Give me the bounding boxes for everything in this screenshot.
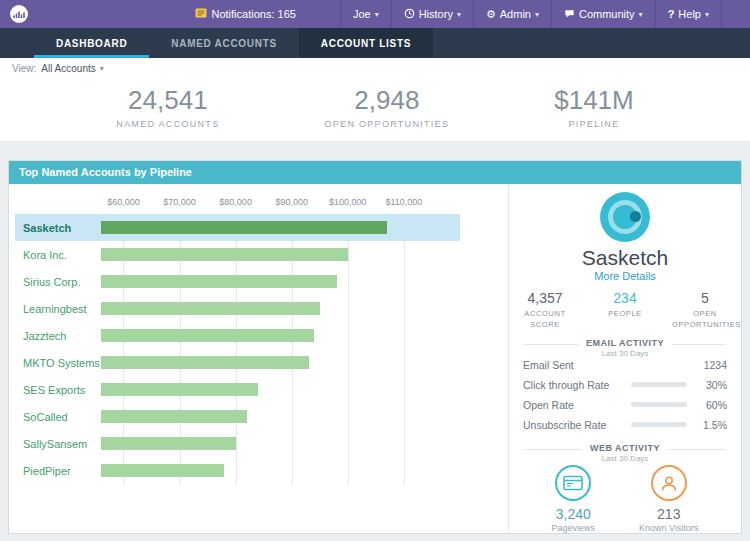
- community-icon: [564, 8, 575, 21]
- chart-row[interactable]: SallySansem: [15, 430, 460, 457]
- chart-row[interactable]: Sasketch: [15, 214, 460, 241]
- gear-icon: ⚙: [486, 9, 496, 20]
- axis-tick-label: $80,000: [219, 197, 252, 207]
- admin-menu-label: Admin: [500, 8, 531, 20]
- axis-tick-label: $60,000: [107, 197, 140, 207]
- kpi-label: ACCOUNT SCORE: [512, 309, 578, 330]
- app-logo-icon[interactable]: [10, 5, 28, 23]
- kpi-value: 234: [592, 290, 658, 306]
- progress-bar: [631, 402, 687, 407]
- chart-bar[interactable]: [101, 356, 309, 369]
- email-activity-divider: EMAIL ACTIVITY Last 30 Days: [524, 344, 726, 352]
- chart-bar-area: [101, 383, 460, 396]
- view-select[interactable]: All Accounts ▾: [41, 63, 104, 74]
- pipeline-bar-chart: $60,000$70,000$80,000$90,000$100,000$110…: [9, 184, 508, 533]
- chart-row[interactable]: SES Exports: [15, 376, 460, 403]
- kpi-value: 5: [672, 290, 738, 306]
- known-visitors-stat: 213 Known Visitors: [639, 465, 698, 533]
- help-menu[interactable]: ? Help ▾: [655, 0, 722, 28]
- stat-label: NAMED ACCOUNTS: [116, 119, 219, 129]
- visitors-value: 213: [639, 506, 698, 522]
- tab-named-accounts[interactable]: NAMED ACCOUNTS: [149, 28, 299, 58]
- chart-bar[interactable]: [101, 383, 258, 396]
- history-menu[interactable]: History ▾: [391, 0, 473, 28]
- chart-row[interactable]: MKTO Systems: [15, 349, 460, 376]
- web-activity-stats: 3,240 Pageviews 213 Known Visitors: [552, 465, 699, 533]
- chevron-down-icon: ▾: [100, 64, 104, 73]
- stat-pipeline: $141M PIPELINE: [554, 85, 634, 141]
- stat-value: $141M: [554, 85, 634, 116]
- chart-bar-area: [101, 410, 460, 423]
- web-activity-subtitle: Last 30 Days: [590, 454, 660, 463]
- email-row-value: 30%: [695, 379, 727, 391]
- chart-row-label[interactable]: Kora Inc.: [15, 249, 101, 261]
- kpi-value: 4,357: [512, 290, 578, 306]
- stat-open-opportunities: 2,948 OPEN OPPORTUNITIES: [324, 85, 449, 141]
- top-named-accounts-panel: Top Named Accounts by Pipeline $60,000$7…: [8, 160, 742, 534]
- chart-bar[interactable]: [101, 329, 314, 342]
- tab-dashboard[interactable]: DASHBOARD: [34, 28, 149, 58]
- chart-bar[interactable]: [101, 221, 387, 234]
- email-activity-row: Open Rate 60%: [523, 395, 727, 415]
- notifications-label: Notifications: 165: [212, 8, 296, 20]
- chart-row-label[interactable]: Sirius Corp.: [15, 276, 101, 288]
- chart-row-label[interactable]: Sasketch: [15, 222, 101, 234]
- stat-value: 24,541: [116, 85, 219, 116]
- chart-bar-area: [101, 356, 460, 369]
- visitors-label: Known Visitors: [639, 523, 698, 533]
- chart-row[interactable]: Sirius Corp.: [15, 268, 460, 295]
- web-activity-divider: WEB ACTIVITY Last 30 Days: [524, 449, 726, 457]
- chart-rows: SasketchKora Inc.Sirius Corp.Learningbes…: [15, 214, 460, 484]
- stat-label: OPEN OPPORTUNITIES: [324, 119, 449, 129]
- chart-row[interactable]: Learningbest: [15, 295, 460, 322]
- chart-bar[interactable]: [101, 248, 348, 261]
- email-row-value: 1.5%: [695, 419, 727, 431]
- chart-bar[interactable]: [101, 410, 247, 423]
- chart-bar-area: [101, 302, 460, 315]
- main-nav-tabs: DASHBOARD NAMED ACCOUNTS ACCOUNT LISTS: [0, 28, 750, 58]
- chart-row-label[interactable]: SoCalled: [15, 411, 101, 423]
- chart-row[interactable]: SoCalled: [15, 403, 460, 430]
- admin-menu[interactable]: ⚙ Admin ▾: [473, 0, 551, 28]
- chart-row-label[interactable]: Learningbest: [15, 303, 101, 315]
- view-label: View:: [12, 63, 36, 74]
- email-row-label: Click through Rate: [523, 379, 631, 391]
- view-select-value: All Accounts: [41, 63, 95, 74]
- email-row-label: Email Sent: [523, 359, 695, 371]
- tab-account-lists[interactable]: ACCOUNT LISTS: [299, 28, 433, 58]
- chart-row-label[interactable]: SES Exports: [15, 384, 101, 396]
- stat-value: 2,948: [324, 85, 449, 116]
- chart-bar[interactable]: [101, 437, 236, 450]
- chart-bar-area: [101, 329, 460, 342]
- history-icon: [404, 8, 415, 21]
- chart-row[interactable]: Kora Inc.: [15, 241, 460, 268]
- axis-tick-label: $110,000: [385, 197, 422, 207]
- user-menu[interactable]: Joe ▾: [340, 0, 391, 28]
- chart-axis: $60,000$70,000$80,000$90,000$100,000$110…: [101, 188, 460, 214]
- more-details-link[interactable]: More Details: [594, 270, 656, 282]
- chart-row-label[interactable]: Jazztech: [15, 330, 101, 342]
- chart-bar[interactable]: [101, 302, 320, 315]
- notifications-menu[interactable]: Notifications: 165: [195, 8, 296, 20]
- chart-bar[interactable]: [101, 275, 337, 288]
- summary-stats: 24,541 NAMED ACCOUNTS 2,948 OPEN OPPORTU…: [0, 78, 750, 142]
- chart-row[interactable]: Jazztech: [15, 322, 460, 349]
- email-activity-row: Click through Rate 30%: [523, 375, 727, 395]
- chart-row-label[interactable]: PiedPiper: [15, 465, 101, 477]
- community-menu[interactable]: Community ▾: [551, 0, 655, 28]
- axis-tick-label: $90,000: [275, 197, 308, 207]
- kpi-label: OPEN OPPORTUNITIES: [672, 309, 738, 330]
- chart-bar-area: [101, 221, 460, 234]
- chart-row-label[interactable]: SallySansem: [15, 438, 101, 450]
- email-row-value: 1234: [695, 359, 727, 371]
- chart-row-label[interactable]: MKTO Systems: [15, 357, 101, 369]
- email-activity-subtitle: Last 30 Days: [586, 349, 664, 358]
- page-content: Top Named Accounts by Pipeline $60,000$7…: [0, 142, 750, 534]
- kpi-label: PEOPLE: [592, 309, 658, 320]
- top-bar: Notifications: 165 Joe ▾ History ▾ ⚙ Adm…: [0, 0, 750, 28]
- chart-bar[interactable]: [101, 464, 224, 477]
- help-menu-label: Help: [678, 8, 701, 20]
- chart-row[interactable]: PiedPiper: [15, 457, 460, 484]
- email-activity-title: EMAIL ACTIVITY: [586, 338, 664, 348]
- visitors-icon: [651, 465, 687, 501]
